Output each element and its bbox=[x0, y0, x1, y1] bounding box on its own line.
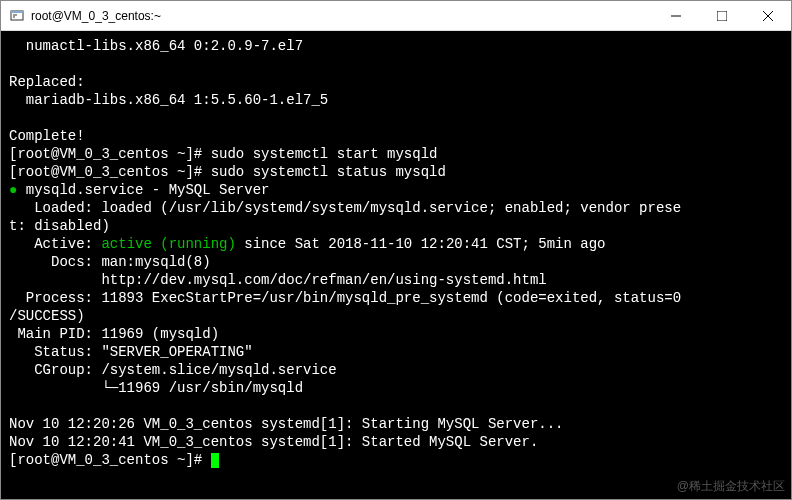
output-line: Replaced: bbox=[9, 74, 85, 90]
output-line: Process: 11893 ExecStartPre=/usr/bin/mys… bbox=[9, 290, 681, 306]
active-status: active (running) bbox=[101, 236, 235, 252]
prompt: [root@VM_0_3_centos ~]# bbox=[9, 146, 211, 162]
output-line: Docs: man:mysqld(8) bbox=[9, 254, 211, 270]
output-line: /SUCCESS) bbox=[9, 308, 85, 324]
minimize-button[interactable] bbox=[653, 1, 699, 31]
terminal-body[interactable]: numactl-libs.x86_64 0:2.0.9-7.el7 Replac… bbox=[1, 31, 791, 499]
active-since: since Sat 2018-11-10 12:20:41 CST; 5min … bbox=[236, 236, 606, 252]
output-line: Loaded: loaded (/usr/lib/systemd/system/… bbox=[9, 200, 681, 216]
app-icon bbox=[9, 8, 25, 24]
titlebar[interactable]: root@VM_0_3_centos:~ bbox=[1, 1, 791, 31]
output-line: └─11969 /usr/sbin/mysqld bbox=[9, 380, 303, 396]
output-line: Status: "SERVER_OPERATING" bbox=[9, 344, 253, 360]
active-label: Active: bbox=[9, 236, 101, 252]
output-line: Main PID: 11969 (mysqld) bbox=[9, 326, 219, 342]
prompt: [root@VM_0_3_centos ~]# bbox=[9, 164, 211, 180]
svg-rect-5 bbox=[717, 11, 727, 21]
watermark: @稀土掘金技术社区 bbox=[677, 477, 785, 495]
command-text: sudo systemctl status mysqld bbox=[211, 164, 446, 180]
log-line: Nov 10 12:20:41 VM_0_3_centos systemd[1]… bbox=[9, 434, 538, 450]
output-line: mariadb-libs.x86_64 1:5.5.60-1.el7_5 bbox=[9, 92, 328, 108]
close-button[interactable] bbox=[745, 1, 791, 31]
prompt: [root@VM_0_3_centos ~]# bbox=[9, 452, 211, 468]
service-name: mysqld.service - MySQL Server bbox=[17, 182, 269, 198]
window-title: root@VM_0_3_centos:~ bbox=[31, 9, 161, 23]
output-line: CGroup: /system.slice/mysqld.service bbox=[9, 362, 337, 378]
svg-rect-1 bbox=[11, 11, 23, 13]
command-text: sudo systemctl start mysqld bbox=[211, 146, 438, 162]
terminal-window: root@VM_0_3_centos:~ numactl-libs.x86_64… bbox=[0, 0, 792, 500]
output-line: numactl-libs.x86_64 0:2.0.9-7.el7 bbox=[9, 38, 303, 54]
maximize-button[interactable] bbox=[699, 1, 745, 31]
output-line: Complete! bbox=[9, 128, 85, 144]
cursor-icon bbox=[211, 453, 219, 468]
output-line: http://dev.mysql.com/doc/refman/en/using… bbox=[9, 272, 547, 288]
log-line: Nov 10 12:20:26 VM_0_3_centos systemd[1]… bbox=[9, 416, 564, 432]
output-line: t: disabled) bbox=[9, 218, 110, 234]
